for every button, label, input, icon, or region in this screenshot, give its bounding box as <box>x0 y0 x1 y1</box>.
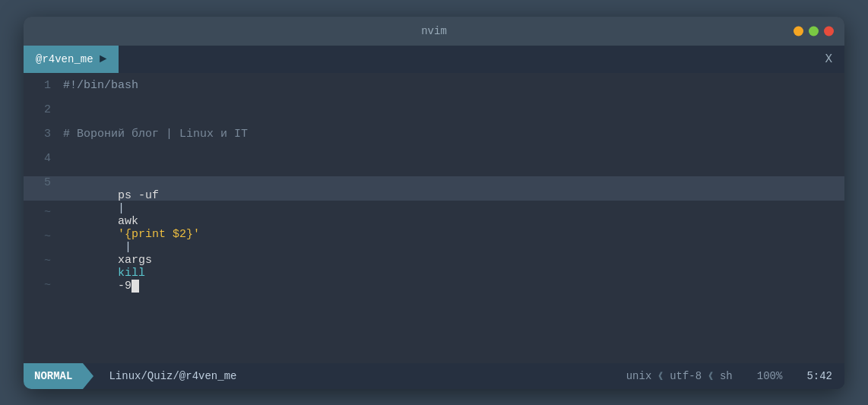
nvim-window: nvim @r4ven_me ► X 1 #!/bin/bash 2 3 # <box>24 17 844 389</box>
pipe-2: | <box>118 241 138 254</box>
mode-indicator: NORMAL <box>24 363 83 389</box>
tilde-2: ~ <box>30 230 51 243</box>
scroll-percent: 100% <box>745 370 795 382</box>
cmd-ps: ps -uf <box>118 189 166 202</box>
status-info: unix ❰ utf-8 ❰ sh <box>614 370 745 382</box>
active-tab[interactable]: @r4ven_me ► <box>24 46 119 73</box>
tab-spacer <box>119 46 813 73</box>
status-bar: NORMAL Linux/Quiz/@r4ven_me unix ❰ utf-8… <box>24 363 844 389</box>
tab-close-button[interactable]: X <box>813 46 844 73</box>
minimize-button[interactable] <box>794 26 803 36</box>
awk-string: '{print $2}' <box>118 228 200 241</box>
line-content-3: # Вороний блог | Linux и IT <box>63 128 248 141</box>
tilde-1: ~ <box>30 206 51 219</box>
title-bar: nvim <box>24 17 844 46</box>
file-path: Linux/Quiz/@r4ven_me <box>93 370 252 382</box>
cursor-position: 5:42 <box>794 370 844 382</box>
line-num-1: 1 <box>30 79 51 92</box>
code-line-1: 1 #!/bin/bash <box>24 79 844 103</box>
code-line-2: 2 <box>24 103 844 128</box>
maximize-button[interactable] <box>809 26 819 36</box>
line-content-1: #!/bin/bash <box>63 79 138 92</box>
pipe-1: | <box>118 202 131 215</box>
file-encoding: utf-8 <box>670 370 702 382</box>
close-button[interactable] <box>824 26 834 36</box>
cursor <box>131 280 139 293</box>
file-type: sh <box>720 370 733 382</box>
cmd-kill: kill <box>118 267 152 280</box>
code-line-5: 5 ps -uf | awk '{print $2}' | xargs kill… <box>24 176 844 201</box>
file-format: unix <box>626 370 652 382</box>
mode-arrow-icon <box>83 363 93 389</box>
line-num-3: 3 <box>30 128 51 141</box>
editor-area[interactable]: 1 #!/bin/bash 2 3 # Вороний блог | Linux… <box>24 73 844 363</box>
sep-2: ❰ <box>708 370 714 382</box>
window-controls <box>794 26 834 36</box>
cmd-awk: awk <box>118 215 145 228</box>
tilde-4: ~ <box>30 279 51 292</box>
line-num-2: 2 <box>30 103 51 116</box>
tab-arrow-icon: ► <box>100 52 107 66</box>
code-line-4: 4 <box>24 152 844 176</box>
window-title: nvim <box>421 25 447 37</box>
kill-arg: -9 <box>118 280 131 293</box>
tab-bar: @r4ven_me ► X <box>24 46 844 73</box>
sep-1: ❰ <box>657 370 664 382</box>
tilde-3: ~ <box>30 255 51 267</box>
tab-label: @r4ven_me <box>36 53 93 65</box>
code-line-3: 3 # Вороний блог | Linux и IT <box>24 128 844 152</box>
line-num-4: 4 <box>30 152 51 165</box>
line-content-5: ps -uf | awk '{print $2}' | xargs kill -… <box>63 176 200 305</box>
line-num-5: 5 <box>30 176 51 189</box>
cmd-xargs: xargs <box>118 254 159 267</box>
